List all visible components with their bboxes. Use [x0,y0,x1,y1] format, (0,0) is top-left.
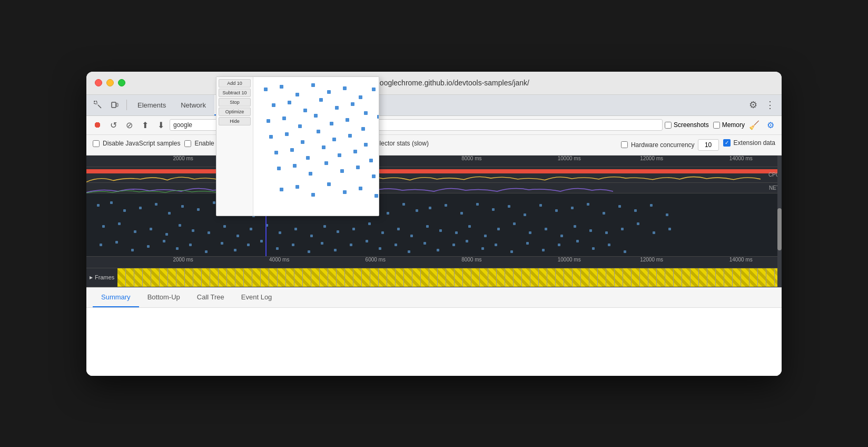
timeline-dot [666,213,668,216]
frame-block [219,268,227,287]
frame-block [573,268,581,287]
disable-js-checkbox[interactable] [93,140,100,147]
timeline-dot [150,228,152,230]
reload-button[interactable]: ↺ [106,118,120,132]
hw-concurrency-group: Hardware concurrency [621,139,719,151]
popup-chart [253,77,379,216]
enable-paint-checkbox[interactable] [184,140,191,147]
memory-option[interactable]: Memory [713,121,745,129]
popup-stop-button[interactable]: Stop [219,98,251,106]
svg-rect-1 [112,102,116,108]
frames-content [117,268,782,287]
popup-dot [369,159,373,162]
performance-toolbar: ⏺ ↺ ⊘ ⬆ ⬇ Screenshots Memory 🧹 ⚙ [86,116,782,135]
frame-block [286,268,294,287]
frame-block [505,268,514,287]
hw-concurrency-checkbox[interactable] [621,141,628,148]
close-button[interactable] [95,79,102,86]
record-button[interactable]: ⏺ [91,118,104,132]
timeline-dot [394,244,397,246]
bottom-ruler-12000: 12000 ms [640,257,663,263]
timeline-dot [131,249,134,251]
timeline-dot [634,209,637,212]
timeline-dot [529,231,531,234]
more-menu-icon[interactable]: ⋮ [763,98,777,112]
clear-button[interactable]: ⊘ [122,118,136,132]
settings-icon[interactable]: ⚙ [746,98,761,112]
frames-track: ▶ Frames [86,268,782,287]
popup-dot [364,111,368,115]
ruler-mark-8000: 8000 ms [461,156,481,161]
frame-block [733,268,741,287]
main-timeline[interactable] [86,193,782,257]
timeline-dot [542,249,545,251]
ruler-mark-14000: 14000 ms [729,156,753,161]
frame-block [370,268,379,287]
popup-dot [377,115,379,119]
tab-network[interactable]: Network [174,94,212,115]
frame-block [193,268,202,287]
popup-dot [361,127,365,131]
frame-block [581,268,589,287]
popup-dot [359,95,362,99]
timeline-dot [179,224,181,227]
frame-block [716,268,724,287]
disable-js-label: Disable JavaScript samples [103,139,180,148]
frame-block [303,268,311,287]
frame-block [345,268,353,287]
popup-dot [280,188,283,191]
popup-subtract-button[interactable]: Subtract 10 [219,89,251,97]
hw-concurrency-label: Hardware concurrency [631,141,695,149]
tab-event-log[interactable]: Event Log [233,288,281,307]
timeline-dot [468,225,471,228]
disable-js-samples-option[interactable]: Disable JavaScript samples [93,139,180,148]
device-toggle-icon[interactable] [107,98,122,112]
maximize-button[interactable] [118,79,125,86]
memory-checkbox[interactable] [713,122,720,129]
timeline-dot [221,242,223,245]
upload-button[interactable]: ⬆ [138,118,152,132]
popup-dot [372,88,376,91]
screenshots-option[interactable]: Screenshots [665,121,709,129]
timeline-scrollbar[interactable] [777,156,782,287]
tab-summary[interactable]: Summary [93,288,139,307]
bottom-ruler-8000: 8000 ms [461,257,481,263]
frame-block [134,268,143,287]
element-picker-icon[interactable] [91,98,105,112]
tab-bottom-up[interactable]: Bottom-Up [139,288,189,307]
bottom-ruler-14000: 14000 ms [729,257,753,263]
timeline-dot [279,231,281,234]
timeline-dot [455,231,458,234]
timeline-dot [379,247,381,250]
timeline-dot [650,204,653,207]
extension-data-checkbox[interactable]: ✓ [723,139,731,147]
minimize-button[interactable] [106,79,114,86]
performance-settings-icon[interactable]: ⚙ [764,118,777,132]
download-button[interactable]: ⬇ [154,118,167,132]
popup-optimize-button[interactable]: Optimize [219,108,251,116]
timeline-dot [618,205,621,208]
popup-sidebar: Add 10 Subtract 10 Stop Optimize Hide [216,77,253,216]
timeline-dot [524,213,526,216]
hw-concurrency-input[interactable] [698,139,719,151]
extension-data-group: ✓ Extension data [723,139,775,147]
popup-dot [314,114,318,118]
timeline-scrollbar-thumb[interactable] [777,208,782,250]
ruler-marks-bottom: 2000 ms 4000 ms 6000 ms 8000 ms 10000 ms… [91,257,777,268]
frame-block [379,268,387,287]
frames-label: ▶ Frames [86,274,117,280]
popup-add-button[interactable]: Add 10 [219,79,251,88]
popup-hide-button[interactable]: Hide [219,117,251,125]
timeline-dot [592,247,595,250]
memory-label: Memory [722,121,745,129]
screenshots-checkbox[interactable] [665,122,672,129]
popup-dot [353,150,357,153]
frame-block [530,268,539,287]
tab-elements[interactable]: Elements [131,94,172,115]
tab-call-tree[interactable]: Call Tree [189,288,233,307]
frame-block [261,268,269,287]
popup-dot [285,132,289,136]
frame-block [556,268,564,287]
timeline-dot [213,201,215,204]
frame-block [117,268,126,287]
